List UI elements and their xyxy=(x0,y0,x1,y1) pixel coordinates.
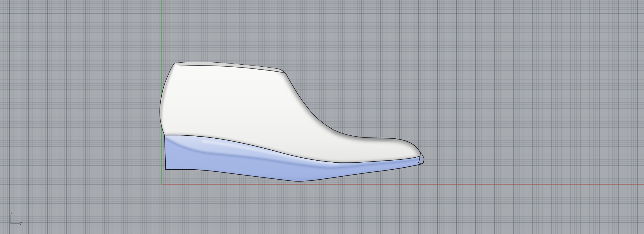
axis-gizmo-lines xyxy=(11,215,20,224)
cad-viewport[interactable]: z y xyxy=(0,0,644,234)
axis-gizmo-z-label: z xyxy=(11,210,13,215)
axis-gizmo: z y xyxy=(11,210,22,225)
scene-canvas: z y xyxy=(0,0,644,234)
axis-gizmo-y-label: y xyxy=(20,220,22,225)
shoe-model[interactable] xyxy=(160,62,424,181)
